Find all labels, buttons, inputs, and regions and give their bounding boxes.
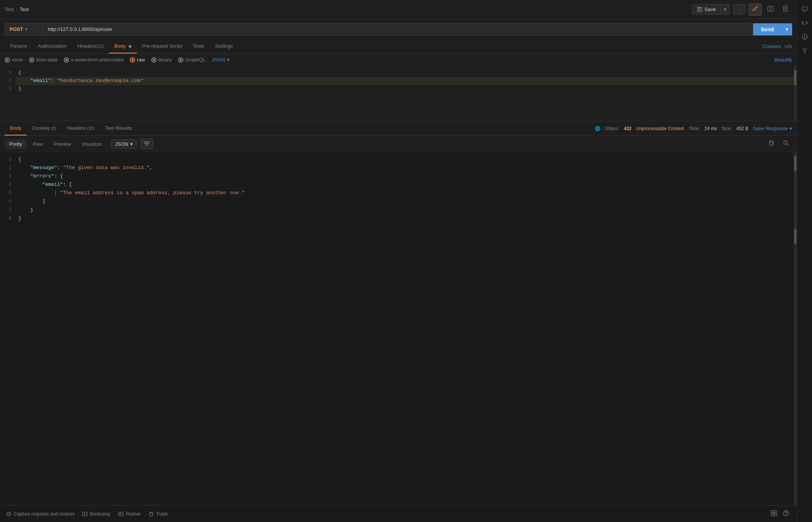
grid-icon[interactable] [769, 509, 778, 519]
tab-headers[interactable]: Headers(11) [72, 39, 109, 53]
split-view-button[interactable] [764, 3, 777, 16]
method-selector[interactable]: POST ▾ [5, 23, 43, 35]
time-label: Time: [689, 126, 700, 131]
main-content: Test / Test Save ▾ ··· [0, 0, 797, 522]
trash-button[interactable]: Trash [149, 511, 168, 517]
option-graphql-label: GraphQL [185, 57, 205, 63]
send-dropdown-button[interactable]: ▾ [781, 23, 792, 35]
response-tab-headers[interactable]: Headers (10) [61, 121, 100, 135]
more-button[interactable]: ··· [733, 4, 746, 14]
option-none-label: none [12, 57, 23, 63]
trash-label: Trash [156, 511, 168, 517]
response-line-4: "email": [ [15, 180, 794, 189]
response-json-arrow: ▾ [130, 141, 133, 147]
json-type-select[interactable]: JSON ▾ [212, 57, 230, 63]
save-main-button[interactable]: Save [692, 5, 721, 14]
format-tab-visualize[interactable]: Visualize [77, 139, 106, 149]
editor-scrollbar[interactable] [794, 66, 797, 121]
response-tab-test-results[interactable]: Test Results [100, 121, 137, 135]
response-meta: 🌐 Status: 422 Unprocessable Content Time… [595, 126, 792, 131]
response-line-2: "message": "The given data was invalid."… [15, 164, 794, 172]
response-line-1: { [15, 155, 794, 164]
response-json-select[interactable]: JSON ▾ [111, 139, 137, 149]
save-dropdown-button[interactable]: ▾ [720, 5, 730, 14]
option-form-data[interactable]: form-data [29, 57, 58, 63]
runner-button[interactable]: Runner [118, 511, 141, 517]
response-tab-cookies[interactable]: Cookies (2) [27, 121, 61, 135]
response-code-area[interactable]: 1 2 3 4 5 6 7 8 { "message": "The given … [0, 152, 797, 505]
breadcrumb-parent[interactable]: Test [5, 6, 14, 12]
status-label: Status: [605, 126, 619, 131]
tab-body[interactable]: Body [109, 39, 136, 53]
edit-view-button[interactable] [749, 3, 762, 16]
globe-icon: 🌐 [595, 126, 600, 131]
code-view-icon[interactable] [799, 17, 811, 29]
top-bar-actions: Save ▾ ··· [692, 3, 792, 16]
tab-settings[interactable]: Settings [210, 39, 238, 53]
send-button[interactable]: Send [753, 23, 781, 35]
format-tab-pretty[interactable]: Pretty [5, 139, 27, 149]
response-line-3: "errors": { [15, 172, 794, 180]
radio-form-data [29, 57, 34, 63]
option-none[interactable]: none [5, 57, 23, 63]
format-tab-raw[interactable]: Raw [28, 139, 47, 149]
option-urlencoded[interactable]: x-www-form-urlencoded [64, 57, 124, 63]
json-type-arrow: ▾ [227, 57, 230, 63]
svg-rect-4 [698, 10, 701, 11]
tab-tests[interactable]: Tests [187, 39, 209, 53]
size-label: Size: [721, 126, 732, 131]
request-body-editor[interactable]: 1 2 3 { "email": "hendurhance.dev@exampl… [0, 66, 797, 121]
url-input[interactable] [43, 23, 753, 35]
save-button-group: Save ▾ [692, 4, 730, 14]
svg-rect-22 [771, 514, 773, 516]
response-scrollbar[interactable] [794, 152, 797, 505]
bottom-right-icons [769, 509, 791, 519]
response-line-8: } [15, 214, 794, 223]
doc-view-button[interactable] [779, 3, 792, 16]
help-icon[interactable] [781, 509, 791, 519]
response-scrollbar-thumb-top [794, 156, 796, 171]
search-icon[interactable] [780, 138, 792, 150]
body-dot [129, 45, 131, 48]
info-icon[interactable] [799, 31, 811, 43]
svg-line-16 [787, 144, 788, 145]
radio-graphql [178, 57, 183, 63]
copy-icon[interactable] [765, 138, 777, 150]
option-graphql[interactable]: GraphQL [178, 57, 205, 63]
capture-label: Capture requests and cookies [14, 511, 74, 517]
size-value: 452 B [736, 126, 748, 131]
tab-authorization[interactable]: Authorization [32, 39, 72, 53]
tab-params[interactable]: Params [5, 39, 32, 53]
cookies-link[interactable]: Cookies [763, 44, 781, 49]
comment-icon[interactable] [799, 3, 811, 15]
save-response-label: Save Response [753, 126, 788, 131]
tab-pre-request[interactable]: Pre-request Script [137, 39, 188, 53]
response-json-label: JSON [115, 141, 128, 147]
format-tab-preview[interactable]: Preview [49, 139, 76, 149]
option-binary[interactable]: binary [151, 57, 172, 63]
option-binary-label: binary [159, 57, 172, 63]
bulb-icon[interactable] [799, 44, 811, 56]
send-button-group: Send ▾ [753, 23, 792, 35]
radio-none [5, 57, 10, 63]
bootcamp-label: Bootcamp [90, 511, 110, 517]
code-icon[interactable]: </> [785, 44, 792, 50]
option-raw[interactable]: raw [130, 57, 145, 63]
save-response-button[interactable]: Save Response ▾ [753, 126, 792, 131]
code-content[interactable]: { "email": "hendurhance.dev@example.com"… [15, 66, 794, 121]
svg-rect-14 [770, 142, 773, 145]
response-line-numbers: 1 2 3 4 5 6 7 8 [0, 152, 15, 505]
svg-rect-23 [774, 514, 776, 516]
svg-rect-20 [771, 511, 773, 513]
save-response-arrow: ▾ [789, 126, 792, 131]
capture-requests-button[interactable]: Capture requests and cookies [6, 511, 74, 517]
response-format-bar: Pretty Raw Preview Visualize JSON ▾ [0, 136, 797, 152]
option-form-data-label: form-data [36, 57, 58, 63]
code-line-2: "email": "hendurhance.dev@example.com" [15, 77, 794, 85]
response-tab-body[interactable]: Body [5, 121, 27, 135]
bootcamp-button[interactable]: Bootcamp [82, 511, 110, 517]
svg-rect-21 [774, 511, 776, 513]
beautify-button[interactable]: Beautify [774, 57, 792, 63]
filter-button[interactable] [140, 139, 153, 149]
svg-rect-3 [698, 7, 700, 9]
